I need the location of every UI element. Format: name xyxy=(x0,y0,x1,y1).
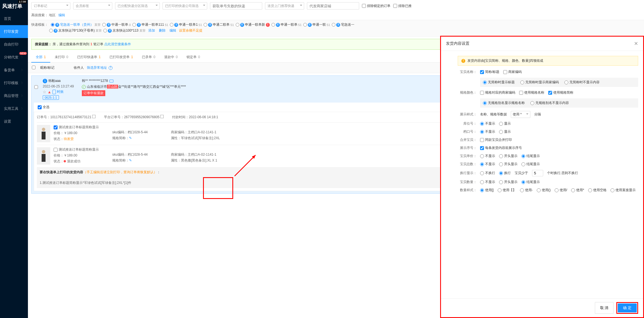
filter-assigned-zone[interactable]: 已分配快递分区筛选 xyxy=(115,2,160,10)
cancel-button[interactable]: 取 消 xyxy=(595,302,614,314)
sidebar-item-free-print[interactable]: 自由打印 xyxy=(0,38,28,51)
tab-printed-express[interactable]: 已打印快递单 1 xyxy=(73,52,105,62)
template-add-link[interactable]: 添加 xyxy=(148,28,155,33)
radio-dock-hide[interactable]: 不显示 xyxy=(480,129,495,134)
radio-total-hide[interactable]: 不显示 xyxy=(480,162,495,167)
radio-price-head[interactable]: 开头显示 xyxy=(499,154,517,158)
radio-nospec-none[interactable]: 无规格别名不显示内容 xyxy=(530,101,569,105)
clear-search-link[interactable]: 点此清空搜索条件 xyxy=(104,42,131,46)
sidebar-item-stock[interactable]: 备货单〉 xyxy=(0,64,28,77)
radio-ns-2[interactable]: 使用【】 xyxy=(498,188,516,193)
radio-ns-3[interactable]: 使用- xyxy=(520,188,533,193)
radio-ns-5[interactable]: 使用/ xyxy=(555,188,567,193)
tab-locked[interactable]: 锁定单 0 xyxy=(182,52,204,62)
radio-qty-tail[interactable]: 结尾显示 xyxy=(521,180,540,184)
radio-wrap-no[interactable]: 不换行 xyxy=(480,171,495,175)
radio-total-head[interactable]: 开头显示 xyxy=(499,162,517,167)
select-all-checkbox[interactable] xyxy=(32,66,35,69)
template-sto-new[interactable]: 菜申通一联单新! xyxy=(236,22,270,27)
chk-short-title[interactable]: 简称/标题 xyxy=(480,70,499,74)
radio-nospec-name[interactable]: 无规格别名显示规格名称 xyxy=(483,101,525,105)
sidebar-item-settings[interactable]: 设置 xyxy=(0,115,28,128)
separator-select[interactable]: 使用 * xyxy=(511,111,530,118)
sidebar-item-templates[interactable]: 打印模板〉 xyxy=(0,77,28,89)
filter-order-mark[interactable]: 订单标记 xyxy=(31,2,70,10)
radio-noshort-title[interactable]: 无简称时显示标题 xyxy=(483,80,515,85)
company-icon: 菜 xyxy=(336,23,340,27)
template-sto-cut[interactable]: 菜申通一联51 xyxy=(303,22,330,27)
template-delete-link[interactable]: 删除 xyxy=(159,28,166,33)
radio-ns-8[interactable]: 使用直接显示 xyxy=(610,188,636,193)
chk-merchant-code[interactable]: 商家编码 xyxy=(503,70,522,74)
wrap-count-input[interactable] xyxy=(532,170,543,176)
tab-printed-ship[interactable]: 已打印发货单 1 xyxy=(105,52,137,62)
edit-icon[interactable]: ✎ xyxy=(129,158,132,162)
phone-icon[interactable] xyxy=(53,90,56,94)
template-sto111[interactable]: 菜申通一联单11151 xyxy=(132,22,168,27)
radio-ns-6[interactable]: 使用* xyxy=(571,188,584,193)
radio-qty-head[interactable]: 开头显示 xyxy=(499,180,517,184)
order-ref: 0625-1-1 xyxy=(43,95,59,100)
edit-icon[interactable]: ✎ xyxy=(129,136,132,140)
template-sto1[interactable]: 菜申通一联单151 xyxy=(170,22,202,27)
radio-wrap-yes[interactable]: 换行 xyxy=(499,171,511,175)
confirm-button[interactable]: 确 定 xyxy=(618,303,637,312)
radio-noshort-none[interactable]: 无简称时不显示内容 xyxy=(564,80,600,85)
adv-edit-link[interactable]: 编辑 xyxy=(58,13,65,17)
sidebar-item-print-ship[interactable]: 打印发货 xyxy=(0,25,28,38)
chk-spec-short[interactable]: 使用规格简称 xyxy=(548,90,573,95)
tab-all[interactable]: 全部 1 xyxy=(31,52,50,62)
tab-refunding[interactable]: 退款中 0 xyxy=(160,52,182,62)
order-checkbox[interactable] xyxy=(34,85,38,89)
chk-spec-merchant[interactable]: 规格对应的商家编码 xyxy=(480,90,515,95)
tab-recorded[interactable]: 已录单 0 xyxy=(137,52,160,62)
filter-printed-express[interactable]: 已打印的快递公司筛选 xyxy=(163,2,207,10)
radio-dock-show[interactable]: 显示 xyxy=(499,129,511,134)
star-icon[interactable]: ☆ xyxy=(43,90,46,94)
time-efficiency-link[interactable]: 时效 xyxy=(57,89,64,94)
radio-qty-hide[interactable]: 不显示 xyxy=(480,180,495,184)
radio-loc-hide[interactable]: 不显示 xyxy=(480,121,495,126)
template-zjs-cut[interactable]: 菜宅急送一 xyxy=(332,22,354,27)
radio-ns-7[interactable]: 使用空格 xyxy=(588,188,607,193)
radio-total-tail[interactable]: 结尾显示 xyxy=(521,162,540,167)
exclude-locked-checkbox[interactable]: 排除锁定的订单 xyxy=(362,4,390,8)
filter-proxy-shop[interactable] xyxy=(307,2,359,10)
sidebar-item-products[interactable]: 商品管理〉 xyxy=(0,89,28,102)
close-icon[interactable]: ✕ xyxy=(634,41,638,47)
filter-member-tag[interactable]: 会员标签 xyxy=(73,2,112,10)
copy-icon[interactable] xyxy=(92,115,96,118)
radio-loc-show[interactable]: 显示 xyxy=(499,121,511,126)
filter-home-delivery[interactable]: 送货上门推荐快递 xyxy=(265,2,304,10)
radio-ns-1[interactable]: 使用[] xyxy=(480,188,494,193)
filter-abnormal-addr-link[interactable]: 筛选异常地址 xyxy=(87,66,107,70)
template-edit-link[interactable]: 编辑 xyxy=(170,28,176,33)
sidebar-item-tools[interactable]: 实用工具〉 xyxy=(0,102,28,115)
exclude-pushed-checkbox[interactable]: 排除已推 xyxy=(393,4,412,8)
template-zto[interactable]: 菜中通一联单0 xyxy=(102,22,131,27)
template-balance-link[interactable]: 设置余额不足提 xyxy=(179,28,202,33)
filter-failed-tracking[interactable] xyxy=(210,2,262,10)
sidebar: 风速打单 2.7.50 首页 打印发货 自由打印 分销代发NEW〉 备货单〉 打… xyxy=(0,0,28,318)
warning-icon[interactable]: ▲ xyxy=(47,90,51,94)
product-checkbox[interactable]: 测试推送订单标题简称显示 xyxy=(54,147,104,152)
copy-icon[interactable] xyxy=(160,115,164,118)
chk-spec-name[interactable]: 使用规格名称 xyxy=(519,90,544,95)
radio-price-tail[interactable]: 结尾显示 xyxy=(521,154,540,158)
template-sto-single[interactable]: 菜申通一联单51 xyxy=(271,22,302,27)
template-jd-76[interactable]: 菜京东快运76*130(子母单)直营 xyxy=(49,28,102,33)
template-zjs-guizhou[interactable]: 菜宅急送一联单（贵州）直营 xyxy=(51,22,101,27)
mail-icon[interactable] xyxy=(109,80,113,82)
radio-ns-4[interactable]: 使用() xyxy=(537,188,551,193)
template-jd-100[interactable]: 菜京东快运100*113直营 xyxy=(103,28,146,33)
sidebar-item-distribution[interactable]: 分销代发NEW〉 xyxy=(0,51,28,64)
sidebar-item-home[interactable]: 首页 xyxy=(0,12,28,25)
chk-merge[interactable]: 同款宝贝合并打印 xyxy=(480,137,512,142)
radio-price-hide[interactable]: 不显示 xyxy=(480,154,495,158)
template-sto-double[interactable]: 菜申通二联单51 xyxy=(204,22,234,27)
company-icon: 菜 xyxy=(240,23,244,27)
product-checkbox[interactable]: 测试推送订单标题简称显示 xyxy=(54,125,104,130)
tab-unprinted[interactable]: 未打印 0 xyxy=(50,52,73,62)
radio-noshort-merchant[interactable]: 无简称时显示商家编码 xyxy=(520,80,559,85)
chk-sequence[interactable]: 每条发货内容前展示序号 xyxy=(480,146,522,150)
